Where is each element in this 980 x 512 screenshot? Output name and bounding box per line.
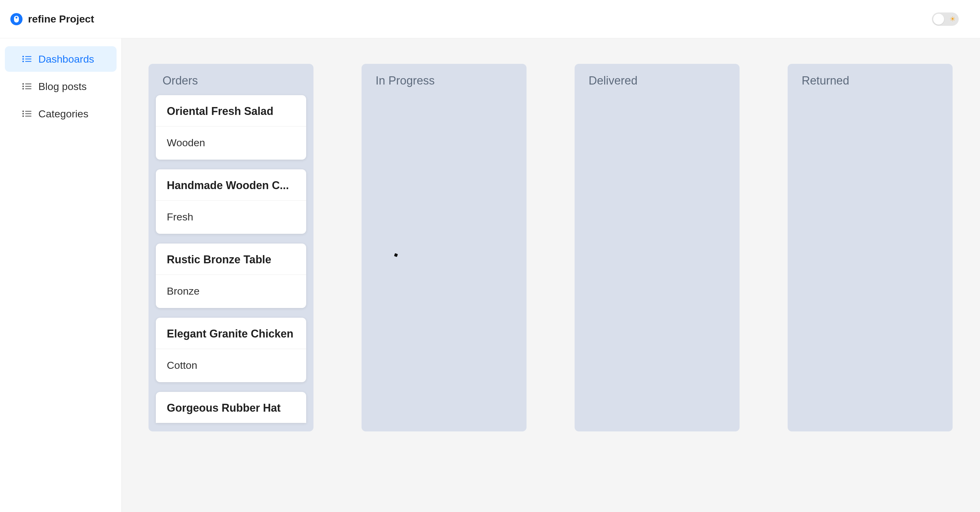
list-icon [22, 55, 32, 63]
card-title: Handmade Wooden C... [167, 179, 295, 192]
svg-point-10 [22, 88, 24, 90]
column-orders: Orders Oriental Fresh Salad Wooden Handm… [148, 64, 313, 431]
card-subtitle: Wooden [167, 137, 295, 149]
column-in-progress: In Progress [361, 64, 527, 431]
column-title: Returned [795, 74, 945, 95]
order-card[interactable]: Oriental Fresh Salad Wooden [156, 95, 306, 160]
column-title: Delivered [582, 74, 732, 95]
theme-toggle-knob [933, 14, 944, 25]
column-title: In Progress [369, 74, 519, 95]
card-title: Oriental Fresh Salad [167, 105, 295, 118]
sidebar-item-label: Categories [38, 108, 88, 120]
svg-point-14 [22, 113, 24, 115]
theme-toggle[interactable]: ☀ [932, 13, 959, 26]
card-title: Elegant Granite Chicken [167, 327, 295, 340]
sidebar-item-dashboards[interactable]: Dashboards [5, 46, 116, 72]
card-subtitle: Cotton [167, 359, 295, 371]
sidebar-item-categories[interactable]: Categories [5, 101, 116, 127]
order-card[interactable]: Elegant Granite Chicken Cotton [156, 318, 306, 382]
card-subtitle: Fresh [167, 211, 295, 223]
card-subtitle: Bronze [167, 285, 295, 297]
header-left: refine Project [10, 13, 94, 25]
card-title: Rustic Bronze Table [167, 253, 295, 266]
order-card[interactable]: Handmade Wooden C... Fresh [156, 170, 306, 234]
svg-point-6 [22, 83, 24, 85]
sidebar-item-label: Blog posts [38, 81, 87, 92]
sidebar: Dashboards Blog posts Categories [0, 38, 122, 512]
kanban-board: Orders Oriental Fresh Salad Wooden Handm… [148, 64, 953, 431]
column-title: Orders [156, 74, 306, 95]
svg-point-4 [22, 61, 24, 62]
svg-point-12 [22, 111, 24, 112]
svg-point-8 [22, 86, 24, 87]
sidebar-item-label: Dashboards [38, 53, 94, 65]
list-icon [22, 82, 32, 90]
svg-point-16 [22, 116, 24, 117]
svg-point-2 [22, 59, 24, 60]
svg-point-0 [22, 56, 24, 57]
main-content: Orders Oriental Fresh Salad Wooden Handm… [122, 38, 980, 512]
list-icon [22, 109, 32, 118]
app-header: refine Project ☀ [0, 0, 980, 38]
order-card[interactable]: Gorgeous Rubber Hat [156, 392, 306, 423]
column-delivered: Delivered [574, 64, 740, 431]
column-returned: Returned [788, 64, 953, 431]
sun-icon: ☀ [950, 16, 956, 22]
app-title: refine Project [28, 13, 94, 25]
refine-logo-icon [10, 13, 22, 25]
sidebar-item-blog-posts[interactable]: Blog posts [5, 74, 116, 99]
card-title: Gorgeous Rubber Hat [167, 402, 295, 414]
order-card[interactable]: Rustic Bronze Table Bronze [156, 244, 306, 308]
